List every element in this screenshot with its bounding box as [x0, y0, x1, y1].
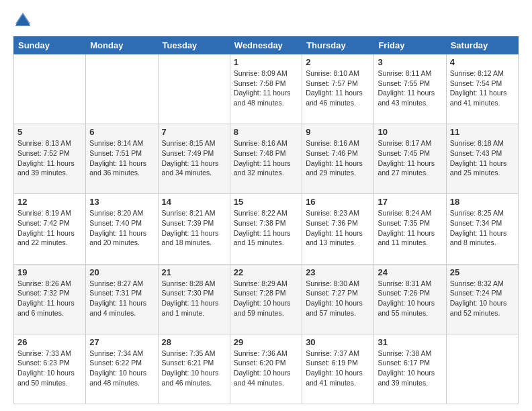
calendar-cell: 18Sunrise: 8:25 AM Sunset: 7:34 PM Dayli… — [446, 194, 518, 264]
weekday-header: Wednesday — [230, 37, 302, 54]
calendar-cell: 27Sunrise: 7:34 AM Sunset: 6:22 PM Dayli… — [86, 334, 158, 404]
day-info: Sunrise: 7:36 AM Sunset: 6:20 PM Dayligh… — [234, 349, 298, 388]
calendar-cell: 12Sunrise: 8:19 AM Sunset: 7:42 PM Dayli… — [14, 194, 86, 264]
calendar: SundayMondayTuesdayWednesdayThursdayFrid… — [13, 36, 519, 404]
day-info: Sunrise: 8:19 AM Sunset: 7:42 PM Dayligh… — [17, 208, 82, 248]
day-number: 31 — [378, 337, 442, 347]
day-number: 4 — [450, 57, 515, 67]
day-number: 21 — [162, 267, 226, 277]
day-info: Sunrise: 8:28 AM Sunset: 7:30 PM Dayligh… — [162, 279, 226, 318]
page: SundayMondayTuesdayWednesdayThursdayFrid… — [0, 0, 532, 411]
day-number: 16 — [306, 197, 370, 207]
header — [13, 11, 519, 30]
day-number: 30 — [306, 337, 370, 347]
day-info: Sunrise: 8:27 AM Sunset: 7:31 PM Dayligh… — [89, 279, 154, 318]
day-info: Sunrise: 8:10 AM Sunset: 7:57 PM Dayligh… — [306, 68, 370, 108]
day-number: 26 — [17, 337, 82, 347]
day-info: Sunrise: 7:33 AM Sunset: 6:23 PM Dayligh… — [17, 349, 82, 388]
calendar-cell: 17Sunrise: 8:24 AM Sunset: 7:35 PM Dayli… — [374, 194, 446, 264]
day-info: Sunrise: 8:20 AM Sunset: 7:40 PM Dayligh… — [89, 208, 154, 248]
day-number: 24 — [378, 267, 442, 277]
logo — [13, 11, 35, 30]
calendar-cell: 26Sunrise: 7:33 AM Sunset: 6:23 PM Dayli… — [14, 334, 86, 404]
week-row: 1Sunrise: 8:09 AM Sunset: 7:58 PM Daylig… — [14, 54, 519, 124]
day-number: 13 — [89, 197, 154, 207]
calendar-cell — [86, 54, 158, 124]
day-info: Sunrise: 8:32 AM Sunset: 7:24 PM Dayligh… — [450, 279, 515, 318]
calendar-cell: 14Sunrise: 8:21 AM Sunset: 7:39 PM Dayli… — [158, 194, 230, 264]
calendar-cell: 25Sunrise: 8:32 AM Sunset: 7:24 PM Dayli… — [446, 264, 518, 334]
calendar-cell: 7Sunrise: 8:15 AM Sunset: 7:49 PM Daylig… — [158, 124, 230, 194]
day-number: 3 — [378, 57, 442, 67]
day-number: 25 — [450, 267, 515, 277]
day-number: 29 — [234, 337, 298, 347]
svg-marker-2 — [15, 15, 30, 26]
day-number: 19 — [17, 267, 82, 277]
day-info: Sunrise: 8:21 AM Sunset: 7:39 PM Dayligh… — [162, 208, 226, 248]
day-number: 23 — [306, 267, 370, 277]
day-info: Sunrise: 8:17 AM Sunset: 7:45 PM Dayligh… — [378, 138, 442, 178]
day-number: 12 — [17, 197, 82, 207]
calendar-cell: 21Sunrise: 8:28 AM Sunset: 7:30 PM Dayli… — [158, 264, 230, 334]
day-number: 18 — [450, 197, 515, 207]
day-info: Sunrise: 8:18 AM Sunset: 7:43 PM Dayligh… — [450, 138, 515, 178]
day-number: 6 — [89, 127, 154, 137]
calendar-cell: 28Sunrise: 7:35 AM Sunset: 6:21 PM Dayli… — [158, 334, 230, 404]
week-row: 19Sunrise: 8:26 AM Sunset: 7:32 PM Dayli… — [14, 264, 519, 334]
day-info: Sunrise: 8:09 AM Sunset: 7:58 PM Dayligh… — [234, 68, 298, 108]
day-info: Sunrise: 7:38 AM Sunset: 6:17 PM Dayligh… — [378, 349, 442, 388]
day-info: Sunrise: 7:35 AM Sunset: 6:21 PM Dayligh… — [162, 349, 226, 388]
calendar-cell — [446, 334, 518, 404]
day-info: Sunrise: 8:26 AM Sunset: 7:32 PM Dayligh… — [17, 279, 82, 318]
day-info: Sunrise: 8:23 AM Sunset: 7:36 PM Dayligh… — [306, 208, 370, 248]
day-info: Sunrise: 8:30 AM Sunset: 7:27 PM Dayligh… — [306, 279, 370, 318]
weekday-header: Monday — [86, 37, 158, 54]
calendar-cell: 24Sunrise: 8:31 AM Sunset: 7:26 PM Dayli… — [374, 264, 446, 334]
calendar-cell: 2Sunrise: 8:10 AM Sunset: 7:57 PM Daylig… — [302, 54, 374, 124]
weekday-header: Thursday — [302, 37, 374, 54]
day-info: Sunrise: 8:31 AM Sunset: 7:26 PM Dayligh… — [378, 279, 442, 318]
logo-icon — [13, 11, 32, 30]
weekday-header-row: SundayMondayTuesdayWednesdayThursdayFrid… — [14, 37, 519, 54]
calendar-cell: 13Sunrise: 8:20 AM Sunset: 7:40 PM Dayli… — [86, 194, 158, 264]
day-info: Sunrise: 7:37 AM Sunset: 6:19 PM Dayligh… — [306, 349, 370, 388]
calendar-cell — [14, 54, 86, 124]
day-number: 2 — [306, 57, 370, 67]
day-info: Sunrise: 8:16 AM Sunset: 7:46 PM Dayligh… — [306, 138, 370, 178]
calendar-cell: 19Sunrise: 8:26 AM Sunset: 7:32 PM Dayli… — [14, 264, 86, 334]
weekday-header: Tuesday — [158, 37, 230, 54]
day-number: 22 — [234, 267, 298, 277]
day-number: 11 — [450, 127, 515, 137]
day-number: 1 — [234, 57, 298, 67]
calendar-cell: 29Sunrise: 7:36 AM Sunset: 6:20 PM Dayli… — [230, 334, 302, 404]
calendar-cell: 4Sunrise: 8:12 AM Sunset: 7:54 PM Daylig… — [446, 54, 518, 124]
week-row: 5Sunrise: 8:13 AM Sunset: 7:52 PM Daylig… — [14, 124, 519, 194]
calendar-cell: 5Sunrise: 8:13 AM Sunset: 7:52 PM Daylig… — [14, 124, 86, 194]
day-info: Sunrise: 8:11 AM Sunset: 7:55 PM Dayligh… — [378, 68, 442, 108]
day-info: Sunrise: 8:12 AM Sunset: 7:54 PM Dayligh… — [450, 68, 515, 108]
day-number: 15 — [234, 197, 298, 207]
calendar-cell: 10Sunrise: 8:17 AM Sunset: 7:45 PM Dayli… — [374, 124, 446, 194]
weekday-header: Saturday — [446, 37, 518, 54]
day-info: Sunrise: 8:14 AM Sunset: 7:51 PM Dayligh… — [89, 138, 154, 178]
day-info: Sunrise: 7:34 AM Sunset: 6:22 PM Dayligh… — [89, 349, 154, 388]
calendar-cell: 30Sunrise: 7:37 AM Sunset: 6:19 PM Dayli… — [302, 334, 374, 404]
calendar-cell: 1Sunrise: 8:09 AM Sunset: 7:58 PM Daylig… — [230, 54, 302, 124]
calendar-cell: 16Sunrise: 8:23 AM Sunset: 7:36 PM Dayli… — [302, 194, 374, 264]
day-number: 5 — [17, 127, 82, 137]
weekday-header: Sunday — [14, 37, 86, 54]
calendar-cell: 3Sunrise: 8:11 AM Sunset: 7:55 PM Daylig… — [374, 54, 446, 124]
day-number: 28 — [162, 337, 226, 347]
calendar-cell: 31Sunrise: 7:38 AM Sunset: 6:17 PM Dayli… — [374, 334, 446, 404]
day-number: 17 — [378, 197, 442, 207]
day-number: 20 — [89, 267, 154, 277]
weekday-header: Friday — [374, 37, 446, 54]
day-number: 7 — [162, 127, 226, 137]
day-number: 9 — [306, 127, 370, 137]
day-number: 8 — [234, 127, 298, 137]
calendar-cell: 15Sunrise: 8:22 AM Sunset: 7:38 PM Dayli… — [230, 194, 302, 264]
calendar-cell: 11Sunrise: 8:18 AM Sunset: 7:43 PM Dayli… — [446, 124, 518, 194]
day-info: Sunrise: 8:24 AM Sunset: 7:35 PM Dayligh… — [378, 208, 442, 248]
calendar-cell — [158, 54, 230, 124]
calendar-cell: 9Sunrise: 8:16 AM Sunset: 7:46 PM Daylig… — [302, 124, 374, 194]
